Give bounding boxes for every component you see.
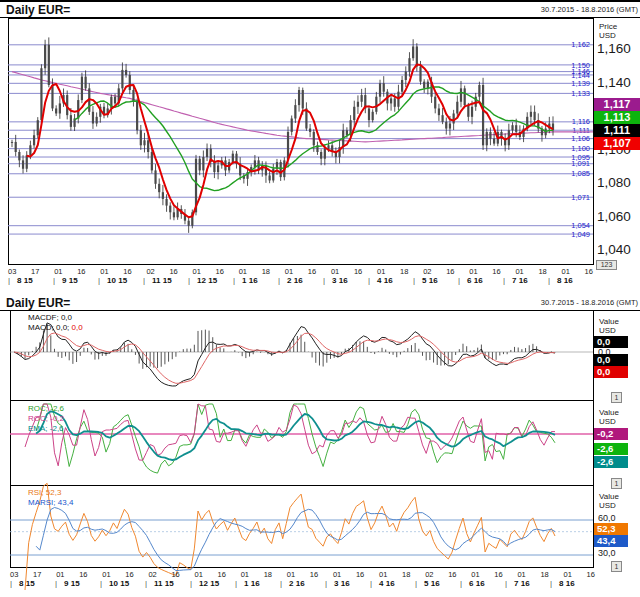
x-axis-day-tick: 01 [54,267,62,276]
level-label: 1,049 [571,230,590,239]
bottom-chart-header: Daily EUR= 30.7.2015 - 18.8.2016 (GMT) [0,295,640,311]
top-chart-date-range: 30.7.2015 - 18.8.2016 (GMT) [541,5,638,14]
level-label: 1,139 [571,79,590,88]
x-axis-day-tick: 01 [195,570,203,579]
x-axis-day-tick: 16 [587,570,595,579]
x-axis-day-tick: 02 [146,267,154,276]
x-axis-day-tick: 16 [125,570,133,579]
x-axis-month-label: 11 15 [152,276,172,285]
x-axis-month-label: 8 16 [557,276,573,285]
x-axis-day-tick: 01 [333,570,341,579]
x-axis-month-label: 5 16 [424,579,440,588]
x-axis-day-tick: 03 [10,570,18,579]
level-label: 1,071 [571,193,590,202]
value-badge: -0,2 [594,428,628,440]
macd-legend: MACDF; 0,0MACD; 0,0; 0,0 [28,313,83,333]
x-axis-day-tick: 01 [377,267,385,276]
x-axis-day-tick: 01 [241,570,249,579]
x-axis-day-tick: 16 [169,267,177,276]
value-badge: -2,6 [594,456,628,468]
x-axis-day-tick: 16 [310,570,318,579]
rsi-grid-label-30: 30,0 [598,548,616,558]
x-axis-month-label: 5 16 [422,276,438,285]
x-axis-month-label: 4 16 [377,276,393,285]
x-axis-day-tick: 01 [193,267,201,276]
x-axis-day-tick: 16 [446,267,454,276]
x-axis-month-label: 12 15 [199,579,219,588]
x-axis-day-tick: 18 [262,267,270,276]
legend-item: ROC; -0,2 [28,414,64,423]
value-badge: 0,0 [594,366,628,378]
x-axis-day-tick: 16 [171,570,179,579]
x-axis-month-label: 2 16 [287,276,303,285]
price-chart: 1,1621,1501,1461,1441,1391,1331,1161,111… [8,18,593,264]
x-axis-month-label: 6 16 [469,579,485,588]
x-axis-month-label: 6 16 [467,276,483,285]
legend-item: MARSI; 43,4 [28,498,73,507]
price-badge: 1,107 [594,137,640,150]
price-y-tick: 1,140 [597,75,640,90]
x-axis-day-tick: 16 [354,267,362,276]
x-axis-day-tick: 16 [218,570,226,579]
x-axis-month-label: 1 16 [244,579,260,588]
level-label: 1,091 [571,159,590,168]
x-axis-day-tick: 16 [123,267,131,276]
x-axis-day-tick: 01 [287,570,295,579]
x-axis-day-tick: 16 [77,267,85,276]
macd-axis-unit: Value USD [599,317,619,335]
numeric-format-icon[interactable]: 123 [596,260,617,270]
top-chart-header: Daily EUR= 30.7.2015 - 18.8.2016 (GMT) [0,2,640,18]
legend-item: MACDF; 0,0 [28,313,72,322]
x-axis-month-label: 12 15 [197,276,217,285]
top-x-axis-days: 0317011601160216011601180116011601180216… [8,267,593,276]
macd-panel-id-icon[interactable]: 1 [611,392,622,403]
roc-legend: ROC; -2,6ROC; -0,2EMA; -2,6 [28,404,64,434]
x-axis-month-label: 4 16 [379,579,395,588]
rsi-panel-id-icon[interactable]: 1 [611,561,622,572]
x-axis-month-label: 2 16 [289,579,305,588]
x-axis-month-label: 3 16 [332,276,348,285]
x-axis-day-tick: 16 [356,570,364,579]
level-label: 1,085 [571,169,590,178]
x-axis-day-tick: 01 [517,570,525,579]
legend-item: MACD; 0,0; [28,323,72,332]
x-axis-day-tick: 01 [331,267,339,276]
x-axis-day-tick: 02 [148,570,156,579]
x-axis-day-tick: 01 [515,267,523,276]
bottom-x-axis-days: 0317011601160216011601180116011601180216… [10,570,595,579]
x-axis-day-tick: 01 [564,570,572,579]
price-badge: 1,111 [594,124,640,137]
price-axis-unit: Price USD [599,22,617,40]
x-axis-day-tick: 02 [423,267,431,276]
legend-item: 0,0 [72,323,83,332]
rsi-axis-unit: Value USD [599,492,619,510]
value-badge: 0,0 [594,354,628,366]
bottom-chart-date-range: 30.7.2015 - 18.8.2016 (GMT) [541,298,638,307]
x-axis-day-tick: 17 [31,267,39,276]
x-axis-day-tick: 01 [285,267,293,276]
bottom-chart-title: Daily EUR= [6,296,70,310]
macd-chart [10,311,593,400]
x-axis-month-label: 10 15 [109,579,129,588]
x-axis-day-tick: 18 [400,267,408,276]
roc-panel-id-icon[interactable]: 1 [611,478,622,489]
price-y-tick: 1,080 [597,175,640,190]
x-axis-month-label: 8 15 [17,276,33,285]
level-label: 1,133 [571,89,590,98]
level-label: 1,162 [571,40,590,49]
price-badge: 1,117 [594,98,640,111]
x-axis-day-tick: 01 [100,267,108,276]
top-x-axis-months: |8 15|9 15|10 15|11 15|12 15|1 16|2 16|3… [8,276,593,285]
x-axis-day-tick: 18 [540,570,548,579]
x-axis-day-tick: 01 [562,267,570,276]
x-axis-month-label: 7 16 [514,579,530,588]
x-axis-month-label: 11 15 [154,579,174,588]
x-axis-day-tick: 18 [538,267,546,276]
x-axis-day-tick: 16 [308,267,316,276]
x-axis-month-label: 3 16 [334,579,350,588]
value-badge: 52,3 [594,523,628,535]
roc-chart [10,402,593,484]
bottom-x-axis-months: |8 15|9 15|10 15|11 15|12 15|1 16|2 16|3… [10,579,595,588]
value-badge: -2,6 [594,443,628,455]
x-axis-day-tick: 01 [471,570,479,579]
